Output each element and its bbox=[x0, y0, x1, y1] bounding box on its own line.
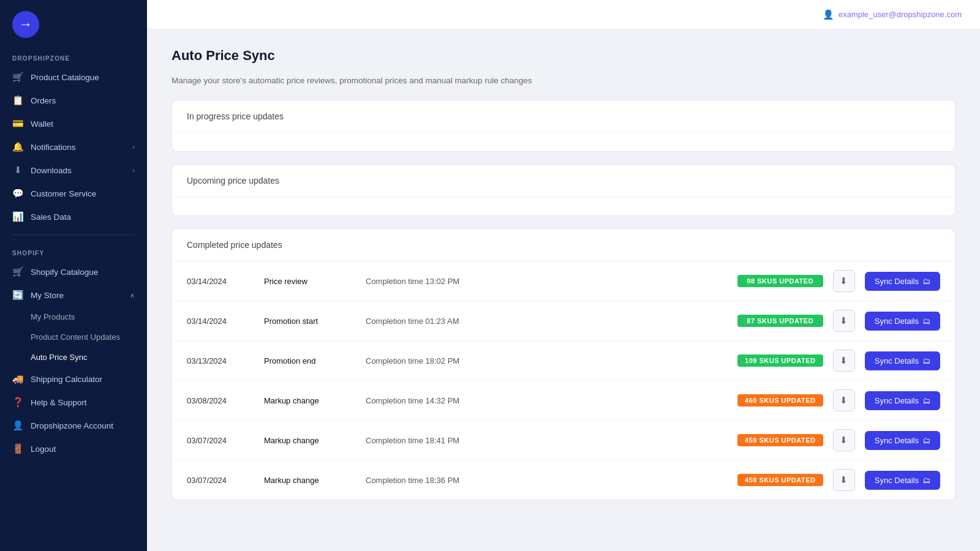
orders-icon: 📋 bbox=[12, 95, 23, 106]
user-icon: 👤 bbox=[823, 9, 834, 20]
chevron-down-icon: ∧ bbox=[130, 291, 135, 299]
sidebar-item-label: Wallet bbox=[31, 119, 53, 129]
downloads-icon: ⬇ bbox=[12, 165, 23, 176]
row-type: Markup change bbox=[264, 396, 356, 405]
sku-badge: 87 SKUS UPDATED bbox=[737, 315, 823, 327]
sync-details-button[interactable]: Sync Details 🗂 bbox=[865, 471, 940, 490]
row-date: 03/14/2024 bbox=[187, 277, 254, 286]
logout-icon: 🚪 bbox=[12, 443, 23, 454]
sales-data-icon: 📊 bbox=[12, 211, 23, 222]
download-button[interactable]: ⬇ bbox=[833, 350, 855, 372]
row-completion: Completion time 01:23 AM bbox=[366, 317, 728, 326]
in-progress-card: In progress price updates bbox=[172, 100, 956, 152]
download-button[interactable]: ⬇ bbox=[833, 310, 855, 332]
row-type: Markup change bbox=[264, 476, 356, 485]
sidebar-item-label: Shopify Catalogue bbox=[31, 268, 98, 277]
sidebar-item-label: Product Catalogue bbox=[31, 73, 99, 82]
customer-service-icon: 💬 bbox=[12, 188, 23, 199]
page-subtitle: Manage your store's automatic price revi… bbox=[172, 76, 956, 85]
sidebar-item-downloads[interactable]: ⬇ Downloads › bbox=[0, 159, 147, 182]
sidebar-item-label: Notifications bbox=[31, 143, 76, 152]
download-button[interactable]: ⬇ bbox=[833, 469, 855, 491]
sync-details-button[interactable]: Sync Details 🗂 bbox=[865, 272, 940, 291]
table-row: 03/07/2024 Markup change Completion time… bbox=[172, 421, 955, 460]
sidebar-item-sales-data[interactable]: 📊 Sales Data bbox=[0, 205, 147, 228]
sidebar-item-shopify-catalogue[interactable]: 🛒 Shopify Catalogue bbox=[0, 260, 147, 283]
brand-logo-icon: → bbox=[12, 11, 39, 38]
row-date: 03/07/2024 bbox=[187, 476, 254, 485]
row-completion: Completion time 18:41 PM bbox=[366, 436, 728, 445]
completed-header: Completed price updates bbox=[172, 229, 955, 261]
sku-badge: 459 SKUS UPDATED bbox=[737, 474, 823, 486]
row-type: Promotion start bbox=[264, 317, 356, 326]
upcoming-card: Upcoming price updates bbox=[172, 164, 956, 216]
sync-details-icon: 🗂 bbox=[922, 356, 930, 365]
upcoming-header: Upcoming price updates bbox=[172, 165, 955, 197]
row-type: Promotion end bbox=[264, 356, 356, 365]
sidebar-sub-label: My Products bbox=[31, 312, 75, 321]
sidebar-item-dropshipzone-account[interactable]: 👤 Dropshipzone Account bbox=[0, 414, 147, 437]
sidebar-item-shipping-calculator[interactable]: 🚚 Shipping Calculator bbox=[0, 367, 147, 391]
sync-details-button[interactable]: Sync Details 🗂 bbox=[865, 351, 940, 370]
row-completion: Completion time 14:32 PM bbox=[366, 396, 728, 405]
in-progress-empty bbox=[172, 133, 955, 151]
page-title: Auto Price Sync bbox=[172, 48, 956, 64]
row-completion: Completion time 13:02 PM bbox=[366, 277, 728, 286]
sidebar-item-customer-service[interactable]: 💬 Customer Service bbox=[0, 182, 147, 205]
sidebar-item-label: Orders bbox=[31, 96, 56, 105]
sidebar-item-label: Logout bbox=[31, 444, 56, 454]
row-type: Price review bbox=[264, 277, 356, 286]
product-catalogue-icon: 🛒 bbox=[12, 72, 23, 83]
row-date: 03/13/2024 bbox=[187, 356, 254, 365]
row-date: 03/07/2024 bbox=[187, 436, 254, 445]
sidebar-item-my-store[interactable]: 🔄 My Store ∧ bbox=[0, 283, 147, 307]
page-content: Auto Price Sync Manage your store's auto… bbox=[147, 29, 980, 551]
topbar-user: 👤 example_user@dropshipzone.com bbox=[823, 9, 962, 20]
sidebar: → DROPSHIPZONE 🛒 Product Catalogue 📋 Ord… bbox=[0, 0, 147, 551]
completed-card: Completed price updates 03/14/2024 Price… bbox=[172, 228, 956, 500]
sidebar-item-help-support[interactable]: ❓ Help & Support bbox=[0, 391, 147, 414]
completed-rows-container: 03/14/2024 Price review Completion time … bbox=[172, 261, 955, 500]
sidebar-item-label: Shipping Calculator bbox=[31, 375, 102, 384]
sidebar-item-logout[interactable]: 🚪 Logout bbox=[0, 437, 147, 460]
sync-details-button[interactable]: Sync Details 🗂 bbox=[865, 312, 940, 331]
table-row: 03/07/2024 Markup change Completion time… bbox=[172, 460, 955, 500]
download-button[interactable]: ⬇ bbox=[833, 429, 855, 451]
chevron-right-icon: › bbox=[132, 167, 135, 174]
in-progress-header: In progress price updates bbox=[172, 100, 955, 133]
sidebar-item-label: Help & Support bbox=[31, 398, 87, 407]
row-completion: Completion time 18:02 PM bbox=[366, 356, 728, 365]
sidebar-sub-item-product-content-updates[interactable]: Product Content Updates bbox=[0, 327, 147, 347]
sidebar-sub-label: Auto Price Sync bbox=[31, 353, 88, 362]
sync-details-button[interactable]: Sync Details 🗂 bbox=[865, 391, 940, 410]
sidebar-sub-label: Product Content Updates bbox=[31, 332, 120, 342]
sync-details-button[interactable]: Sync Details 🗂 bbox=[865, 431, 940, 450]
row-type: Markup change bbox=[264, 436, 356, 445]
shopify-section-label: SHOPIFY bbox=[0, 241, 147, 260]
download-button[interactable]: ⬇ bbox=[833, 389, 855, 411]
sidebar-item-wallet[interactable]: 💳 Wallet bbox=[0, 112, 147, 135]
sidebar-item-label: Dropshipzone Account bbox=[31, 421, 113, 430]
row-completion: Completion time 18:36 PM bbox=[366, 476, 728, 485]
sku-badge: 98 SKUS UPDATED bbox=[737, 275, 823, 287]
sidebar-sub-item-auto-price-sync[interactable]: Auto Price Sync bbox=[0, 347, 147, 367]
main-area: 👤 example_user@dropshipzone.com Auto Pri… bbox=[147, 0, 980, 551]
sidebar-item-product-catalogue[interactable]: 🛒 Product Catalogue bbox=[0, 66, 147, 89]
table-row: 03/14/2024 Price review Completion time … bbox=[172, 261, 955, 301]
shopify-catalogue-icon: 🛒 bbox=[12, 266, 23, 277]
shipping-calculator-icon: 🚚 bbox=[12, 373, 23, 384]
sidebar-item-orders[interactable]: 📋 Orders bbox=[0, 89, 147, 112]
table-row: 03/14/2024 Promotion start Completion ti… bbox=[172, 301, 955, 341]
notifications-icon: 🔔 bbox=[12, 141, 23, 152]
sync-details-icon: 🗂 bbox=[922, 277, 930, 286]
table-row: 03/13/2024 Promotion end Completion time… bbox=[172, 341, 955, 381]
user-email: example_user@dropshipzone.com bbox=[839, 10, 962, 19]
sidebar-logo: → bbox=[0, 0, 147, 47]
sidebar-item-label: Downloads bbox=[31, 166, 72, 175]
sidebar-sub-item-my-products[interactable]: My Products bbox=[0, 307, 147, 327]
download-button[interactable]: ⬇ bbox=[833, 270, 855, 292]
topbar: 👤 example_user@dropshipzone.com bbox=[147, 0, 980, 29]
wallet-icon: 💳 bbox=[12, 118, 23, 129]
sidebar-item-notifications[interactable]: 🔔 Notifications › bbox=[0, 135, 147, 159]
table-row: 03/08/2024 Markup change Completion time… bbox=[172, 381, 955, 421]
